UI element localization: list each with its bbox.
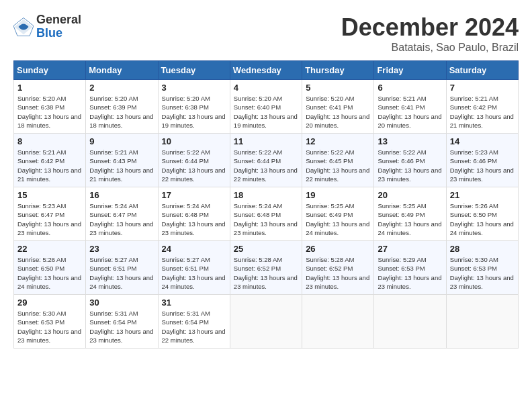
day-number: 14 xyxy=(450,136,515,146)
day-info: Sunrise: 5:30 AMSunset: 6:53 PMDaylight:… xyxy=(17,310,81,344)
day-info: Sunrise: 5:22 AMSunset: 6:44 PMDaylight:… xyxy=(162,148,226,183)
day-info: Sunrise: 5:21 AMSunset: 6:42 PMDaylight:… xyxy=(450,95,514,129)
calendar-cell: 22 Sunrise: 5:26 AMSunset: 6:50 PMDaylig… xyxy=(14,241,86,295)
day-header-tuesday: Tuesday xyxy=(158,61,230,80)
day-number: 23 xyxy=(89,244,154,254)
day-number: 28 xyxy=(450,244,515,254)
calendar-cell: 4 Sunrise: 5:20 AMSunset: 6:40 PMDayligh… xyxy=(230,80,302,134)
calendar-cell: 23 Sunrise: 5:27 AMSunset: 6:51 PMDaylig… xyxy=(86,241,158,295)
day-number: 20 xyxy=(378,190,442,200)
day-number: 9 xyxy=(89,136,154,146)
day-number: 17 xyxy=(162,190,226,200)
calendar-cell: 17 Sunrise: 5:24 AMSunset: 6:48 PMDaylig… xyxy=(158,187,230,241)
calendar-cell: 11 Sunrise: 5:22 AMSunset: 6:44 PMDaylig… xyxy=(230,134,302,187)
calendar-week-5: 29 Sunrise: 5:30 AMSunset: 6:53 PMDaylig… xyxy=(14,295,519,349)
calendar-cell: 5 Sunrise: 5:20 AMSunset: 6:41 PMDayligh… xyxy=(302,80,374,134)
calendar-cell: 24 Sunrise: 5:27 AMSunset: 6:51 PMDaylig… xyxy=(158,241,230,295)
calendar-cell: 9 Sunrise: 5:21 AMSunset: 6:43 PMDayligh… xyxy=(86,134,158,187)
calendar-cell: 18 Sunrise: 5:24 AMSunset: 6:48 PMDaylig… xyxy=(230,187,302,241)
day-info: Sunrise: 5:29 AMSunset: 6:53 PMDaylight:… xyxy=(378,256,441,290)
day-info: Sunrise: 5:30 AMSunset: 6:53 PMDaylight:… xyxy=(450,256,514,290)
day-header-monday: Monday xyxy=(86,61,158,80)
calendar-cell: 1 Sunrise: 5:20 AMSunset: 6:38 PMDayligh… xyxy=(14,80,86,134)
day-number: 16 xyxy=(89,190,154,200)
day-number: 19 xyxy=(306,190,370,200)
day-info: Sunrise: 5:20 AMSunset: 6:40 PMDaylight:… xyxy=(234,95,298,129)
month-title: December 2024 xyxy=(341,13,519,42)
day-info: Sunrise: 5:25 AMSunset: 6:49 PMDaylight:… xyxy=(378,202,441,236)
day-header-saturday: Saturday xyxy=(446,61,518,80)
calendar-cell: 8 Sunrise: 5:21 AMSunset: 6:42 PMDayligh… xyxy=(14,134,86,187)
calendar-cell xyxy=(446,295,518,349)
calendar-cell: 3 Sunrise: 5:20 AMSunset: 6:38 PMDayligh… xyxy=(158,80,230,134)
calendar-cell xyxy=(230,295,302,349)
day-header-wednesday: Wednesday xyxy=(230,61,302,80)
day-number: 10 xyxy=(162,136,226,146)
day-number: 27 xyxy=(378,244,442,254)
calendar-cell: 6 Sunrise: 5:21 AMSunset: 6:41 PMDayligh… xyxy=(374,80,446,134)
day-number: 6 xyxy=(378,83,442,93)
day-number: 11 xyxy=(234,136,298,146)
day-info: Sunrise: 5:20 AMSunset: 6:39 PMDaylight:… xyxy=(89,95,153,129)
calendar-cell: 28 Sunrise: 5:30 AMSunset: 6:53 PMDaylig… xyxy=(446,241,518,295)
calendar-cell xyxy=(374,295,446,349)
logo: General Blue xyxy=(13,13,81,40)
day-number: 5 xyxy=(306,83,370,93)
day-info: Sunrise: 5:20 AMSunset: 6:38 PMDaylight:… xyxy=(162,95,226,129)
day-number: 18 xyxy=(234,190,298,200)
day-info: Sunrise: 5:28 AMSunset: 6:52 PMDaylight:… xyxy=(234,256,298,290)
day-info: Sunrise: 5:31 AMSunset: 6:54 PMDaylight:… xyxy=(162,310,226,344)
logo-icon xyxy=(13,17,34,37)
calendar-cell: 29 Sunrise: 5:30 AMSunset: 6:53 PMDaylig… xyxy=(14,295,86,349)
calendar-cell: 14 Sunrise: 5:23 AMSunset: 6:46 PMDaylig… xyxy=(446,134,518,187)
location-subtitle: Batatais, Sao Paulo, Brazil xyxy=(341,42,519,54)
calendar-cell: 21 Sunrise: 5:26 AMSunset: 6:50 PMDaylig… xyxy=(446,187,518,241)
calendar-week-4: 22 Sunrise: 5:26 AMSunset: 6:50 PMDaylig… xyxy=(14,241,519,295)
day-number: 7 xyxy=(450,83,515,93)
day-number: 24 xyxy=(162,244,226,254)
day-number: 1 xyxy=(17,83,82,93)
day-info: Sunrise: 5:21 AMSunset: 6:42 PMDaylight:… xyxy=(17,148,81,183)
day-info: Sunrise: 5:24 AMSunset: 6:48 PMDaylight:… xyxy=(234,202,298,236)
day-info: Sunrise: 5:22 AMSunset: 6:46 PMDaylight:… xyxy=(378,148,441,183)
day-number: 15 xyxy=(17,190,82,200)
day-info: Sunrise: 5:24 AMSunset: 6:48 PMDaylight:… xyxy=(162,202,226,236)
day-header-friday: Friday xyxy=(374,61,446,80)
day-info: Sunrise: 5:22 AMSunset: 6:45 PMDaylight:… xyxy=(306,148,369,183)
calendar-cell: 13 Sunrise: 5:22 AMSunset: 6:46 PMDaylig… xyxy=(374,134,446,187)
calendar-cell: 31 Sunrise: 5:31 AMSunset: 6:54 PMDaylig… xyxy=(158,295,230,349)
day-number: 22 xyxy=(17,244,82,254)
calendar-cell: 19 Sunrise: 5:25 AMSunset: 6:49 PMDaylig… xyxy=(302,187,374,241)
day-number: 31 xyxy=(162,298,226,308)
calendar-cell: 10 Sunrise: 5:22 AMSunset: 6:44 PMDaylig… xyxy=(158,134,230,187)
day-number: 21 xyxy=(450,190,515,200)
calendar-table: SundayMondayTuesdayWednesdayThursdayFrid… xyxy=(13,60,519,349)
calendar-cell: 25 Sunrise: 5:28 AMSunset: 6:52 PMDaylig… xyxy=(230,241,302,295)
calendar-cell: 7 Sunrise: 5:21 AMSunset: 6:42 PMDayligh… xyxy=(446,80,518,134)
day-info: Sunrise: 5:20 AMSunset: 6:38 PMDaylight:… xyxy=(17,95,81,129)
day-info: Sunrise: 5:27 AMSunset: 6:51 PMDaylight:… xyxy=(162,256,226,290)
calendar-week-2: 8 Sunrise: 5:21 AMSunset: 6:42 PMDayligh… xyxy=(14,134,519,187)
calendar-cell: 27 Sunrise: 5:29 AMSunset: 6:53 PMDaylig… xyxy=(374,241,446,295)
day-header-sunday: Sunday xyxy=(14,61,86,80)
day-number: 12 xyxy=(306,136,370,146)
day-info: Sunrise: 5:23 AMSunset: 6:46 PMDaylight:… xyxy=(450,148,514,183)
calendar-cell: 20 Sunrise: 5:25 AMSunset: 6:49 PMDaylig… xyxy=(374,187,446,241)
day-number: 25 xyxy=(234,244,298,254)
day-info: Sunrise: 5:20 AMSunset: 6:41 PMDaylight:… xyxy=(306,95,369,129)
day-number: 29 xyxy=(17,298,82,308)
day-info: Sunrise: 5:28 AMSunset: 6:52 PMDaylight:… xyxy=(306,256,369,290)
calendar-cell xyxy=(302,295,374,349)
day-info: Sunrise: 5:24 AMSunset: 6:47 PMDaylight:… xyxy=(89,202,153,236)
day-number: 30 xyxy=(89,298,154,308)
day-header-thursday: Thursday xyxy=(302,61,374,80)
day-number: 13 xyxy=(378,136,442,146)
day-info: Sunrise: 5:23 AMSunset: 6:47 PMDaylight:… xyxy=(17,202,81,236)
calendar-cell: 2 Sunrise: 5:20 AMSunset: 6:39 PMDayligh… xyxy=(86,80,158,134)
day-number: 3 xyxy=(162,83,226,93)
day-number: 26 xyxy=(306,244,370,254)
day-info: Sunrise: 5:26 AMSunset: 6:50 PMDaylight:… xyxy=(450,202,514,236)
calendar-cell: 15 Sunrise: 5:23 AMSunset: 6:47 PMDaylig… xyxy=(14,187,86,241)
day-info: Sunrise: 5:25 AMSunset: 6:49 PMDaylight:… xyxy=(306,202,369,236)
title-block: December 2024 Batatais, Sao Paulo, Brazi… xyxy=(341,13,519,54)
